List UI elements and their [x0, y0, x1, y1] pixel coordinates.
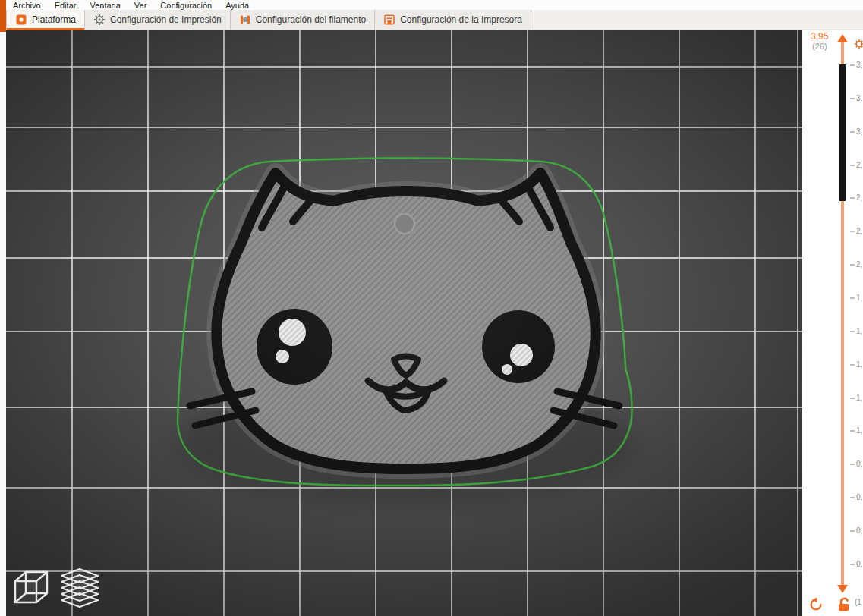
printer-icon	[383, 14, 395, 26]
tick-dash	[850, 131, 855, 133]
viewport-3d[interactable]	[6, 30, 802, 616]
cat-model[interactable]	[190, 173, 619, 469]
bottom-layer-label: (1	[855, 598, 861, 606]
tick-label: 1,	[856, 426, 862, 435]
tick-dash	[850, 530, 855, 532]
tab-configuracion-impresion[interactable]: Configuración de Impresión	[85, 10, 231, 30]
menu-item-editar[interactable]: Editar	[48, 1, 83, 10]
layer-tick: 0,	[802, 493, 863, 502]
menu-item-ver[interactable]: Ver	[128, 1, 154, 10]
layer-tick: 2,	[802, 193, 863, 203]
tick-label: 1,	[856, 294, 862, 302]
tick-dash	[850, 331, 855, 332]
filament-icon	[239, 14, 251, 26]
undo-icon[interactable]	[808, 597, 824, 612]
tick-label: 3,	[856, 127, 862, 136]
tick-label: 1,	[856, 360, 862, 369]
cube-3d-view-icon[interactable]	[8, 563, 55, 610]
menu-item-ayuda[interactable]: Ayuda	[219, 1, 256, 10]
slider-settings-icon[interactable]	[854, 39, 863, 49]
layer-tick: 2,	[802, 161, 863, 170]
tick-label: 2,	[856, 193, 862, 202]
tick-dash	[850, 398, 855, 399]
tab-label: Configuración del filamento	[256, 14, 366, 25]
tab-label: Configuración de Impresión	[110, 14, 222, 25]
tick-dash	[850, 464, 855, 465]
layer-tick: 3,	[802, 61, 863, 70]
tab-configuracion-impresora[interactable]: Configuración de la Impresora	[375, 10, 531, 30]
layer-tick: 0,	[802, 560, 863, 569]
tick-dash	[850, 197, 855, 199]
layer-tick: 0,	[802, 460, 863, 469]
tick-label: 0,	[856, 460, 862, 468]
layer-slider-up-arrow[interactable]	[837, 34, 848, 42]
layer-tick: 3,	[802, 127, 863, 137]
tick-label: 0,	[856, 526, 862, 535]
menu-item-configuracion[interactable]: Configuración	[153, 1, 219, 10]
layer-tick: 1,	[802, 327, 863, 336]
layer-tick: 1,	[802, 394, 863, 403]
tick-dash	[850, 98, 855, 99]
layers-preview-icon[interactable]	[56, 563, 103, 610]
tick-dash	[850, 165, 855, 166]
menu-item-archivo[interactable]: Archivo	[6, 1, 48, 10]
tick-dash	[850, 64, 855, 66]
tab-configuracion-filamento[interactable]: Configuración del filamento	[231, 10, 375, 30]
current-layer-number: (26)	[812, 42, 827, 51]
left-edge-accent	[0, 0, 6, 32]
tick-dash	[850, 430, 855, 432]
platform-icon	[15, 14, 27, 26]
layer-slider-down-arrow[interactable]	[837, 585, 848, 593]
tick-dash	[850, 231, 855, 232]
tick-dash	[850, 497, 855, 498]
tick-label: 0,	[856, 560, 862, 568]
tick-label: 2,	[856, 260, 862, 269]
tick-label: 1,	[856, 327, 862, 335]
tab-label: Configuración de la Impresora	[400, 14, 522, 25]
tab-plataforma[interactable]: Plataforma	[6, 10, 85, 30]
layer-tick: 2,	[802, 260, 863, 269]
tab-label: Plataforma	[32, 14, 76, 25]
layer-tick: 1,	[802, 360, 863, 369]
tick-label: 1,	[856, 394, 862, 402]
layer-tick: 1,	[802, 426, 863, 435]
tick-dash	[850, 364, 855, 366]
layer-tick: 1,	[802, 294, 863, 303]
layer-range-handle[interactable]	[839, 64, 846, 201]
tick-label: 3,	[856, 61, 862, 69]
layer-slider-panel: 3,95 (26) 3,3,3,2,2,2,2,1,1,1,1,1,0,0,0,…	[802, 30, 863, 616]
layer-tick: 3,	[802, 94, 863, 103]
current-layer-height: 3,95	[811, 31, 828, 42]
tick-dash	[850, 264, 855, 266]
tick-label: 2,	[856, 227, 862, 235]
settings-tab-bar: Plataforma Configuración de Impresión Co…	[6, 10, 863, 30]
scene-canvas[interactable]	[6, 30, 802, 616]
tick-label: 2,	[856, 161, 862, 169]
menu-bar: Archivo Editar Ventana Ver Configuración…	[6, 0, 863, 10]
tick-dash	[850, 564, 855, 565]
layer-tick: 0,	[802, 526, 863, 536]
keychain-hole	[395, 214, 414, 234]
layer-ticks: 3,3,3,2,2,2,2,1,1,1,1,1,0,0,0,0,	[802, 30, 863, 616]
tick-label: 3,	[856, 94, 862, 102]
unlock-icon[interactable]	[837, 596, 851, 612]
menu-item-ventana[interactable]: Ventana	[83, 1, 127, 10]
tick-dash	[850, 297, 855, 299]
layer-tick: 2,	[802, 227, 863, 236]
gear-icon	[93, 14, 106, 26]
slicer-window: Archivo Editar Ventana Ver Configuración…	[0, 0, 863, 616]
tick-label: 0,	[856, 493, 862, 501]
left-edge-strip	[0, 0, 6, 616]
